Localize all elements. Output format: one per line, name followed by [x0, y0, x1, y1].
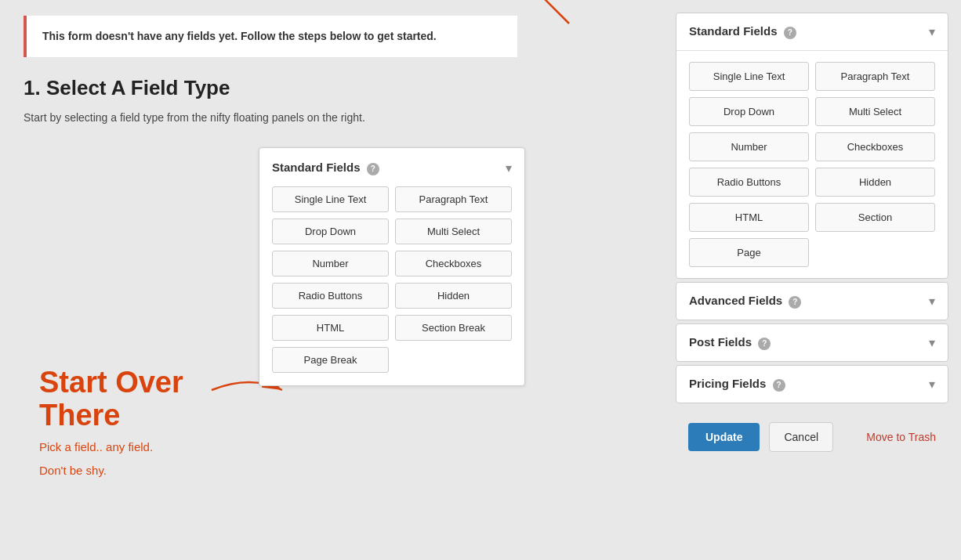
cancel-button[interactable]: Cancel [769, 422, 833, 452]
sidebar-btn-section[interactable]: Section [815, 203, 935, 232]
preview-btn-html[interactable]: HTML [272, 315, 389, 341]
sidebar-standard-fields-header[interactable]: Standard Fields ? ▾ [676, 13, 948, 51]
preview-fields-panel: Standard Fields ? ▾ Single Line Text Par… [259, 147, 525, 386]
handwriting-annotation: Start Over There Pick a field.. any fiel… [39, 367, 183, 480]
sidebar-advanced-fields-header[interactable]: Advanced Fields ? ▾ [676, 283, 948, 320]
move-to-trash-button[interactable]: Move to Trash [866, 431, 936, 443]
preview-btn-multi-select[interactable]: Multi Select [395, 219, 512, 244]
preview-btn-radio-buttons[interactable]: Radio Buttons [272, 283, 389, 309]
hw-line1: Start Over [39, 367, 183, 399]
post-fields-help-icon[interactable]: ? [758, 338, 771, 350]
preview-btn-drop-down[interactable]: Drop Down [272, 219, 389, 244]
sidebar-standard-fields-body: Single Line Text Paragraph Text Drop Dow… [676, 51, 948, 278]
hw-line2: There [39, 399, 183, 432]
preview-btn-paragraph-text[interactable]: Paragraph Text [395, 186, 512, 212]
step-heading: 1. Select A Field Type [24, 76, 640, 100]
sidebar-advanced-fields-section: Advanced Fields ? ▾ [676, 282, 948, 320]
standard-fields-help-icon[interactable]: ? [784, 27, 796, 39]
sidebar-btn-checkboxes[interactable]: Checkboxes [815, 132, 935, 161]
preview-help-icon[interactable]: ? [367, 163, 379, 175]
sidebar-btn-paragraph-text[interactable]: Paragraph Text [815, 62, 935, 91]
sidebar-pricing-fields-title: Pricing Fields ? [689, 377, 785, 392]
sidebar-pricing-fields-header[interactable]: Pricing Fields ? ▾ [676, 366, 948, 403]
pricing-fields-help-icon[interactable]: ? [773, 379, 785, 392]
step-description: Start by selecting a field type from the… [24, 111, 640, 124]
sidebar-btn-page[interactable]: Page [689, 238, 809, 267]
sidebar-actions: Update Cancel Move to Trash [676, 406, 948, 468]
preview-btn-page-break[interactable]: Page Break [272, 347, 389, 373]
preview-btn-checkboxes[interactable]: Checkboxes [395, 251, 512, 276]
preview-btn-single-line-text[interactable]: Single Line Text [272, 186, 389, 212]
notice-text: This form doesn't have any fields yet. F… [42, 30, 437, 42]
advanced-fields-chevron[interactable]: ▾ [929, 294, 935, 309]
sidebar-btn-multi-select[interactable]: Multi Select [815, 97, 935, 126]
notice-box: This form doesn't have any fields yet. F… [24, 16, 517, 57]
post-fields-chevron[interactable]: ▾ [929, 335, 935, 350]
sidebar-post-fields-section: Post Fields ? ▾ [676, 323, 948, 362]
update-button[interactable]: Update [688, 423, 760, 451]
preview-panel-header: Standard Fields ? ▾ [272, 161, 512, 175]
sidebar-post-fields-title: Post Fields ? [689, 335, 771, 350]
sidebar-btn-drop-down[interactable]: Drop Down [689, 97, 809, 126]
arrow-to-notice [506, 0, 600, 31]
sidebar-standard-fields-section: Standard Fields ? ▾ Single Line Text Par… [676, 13, 948, 279]
preview-btn-section-break[interactable]: Section Break [395, 315, 512, 341]
preview-panel-title: Standard Fields ? [272, 161, 379, 175]
right-sidebar: Standard Fields ? ▾ Single Line Text Par… [663, 0, 961, 560]
sidebar-btn-number[interactable]: Number [689, 132, 809, 161]
preview-field-grid: Single Line Text Paragraph Text Drop Dow… [272, 186, 512, 373]
preview-btn-number[interactable]: Number [272, 251, 389, 276]
sidebar-standard-fields-title: Standard Fields ? [689, 24, 796, 39]
sidebar-btn-hidden[interactable]: Hidden [815, 168, 935, 197]
sidebar-advanced-fields-title: Advanced Fields ? [689, 294, 801, 309]
preview-panel-chevron[interactable]: ▾ [506, 161, 512, 175]
pricing-fields-chevron[interactable]: ▾ [929, 377, 935, 392]
sidebar-btn-html[interactable]: HTML [689, 203, 809, 232]
sidebar-btn-single-line-text[interactable]: Single Line Text [689, 62, 809, 91]
advanced-fields-help-icon[interactable]: ? [789, 296, 801, 309]
preview-btn-hidden[interactable]: Hidden [395, 283, 512, 309]
standard-fields-chevron[interactable]: ▾ [929, 24, 935, 39]
sidebar-post-fields-header[interactable]: Post Fields ? ▾ [676, 324, 948, 361]
sidebar-btn-radio-buttons[interactable]: Radio Buttons [689, 168, 809, 197]
hw-small2: Don't be shy. [39, 462, 183, 480]
sidebar-pricing-fields-section: Pricing Fields ? ▾ [676, 365, 948, 403]
sidebar-standard-field-grid: Single Line Text Paragraph Text Drop Dow… [689, 62, 935, 267]
hw-small1: Pick a field.. any field. [39, 439, 183, 457]
